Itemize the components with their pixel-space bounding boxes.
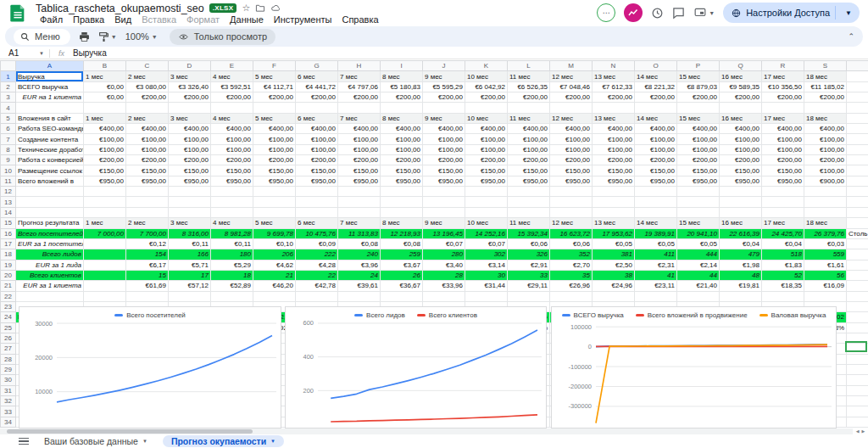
- cell-r15c18[interactable]: 17 мес: [762, 218, 804, 228]
- col-header-K[interactable]: K: [465, 61, 508, 71]
- cell-r5c10[interactable]: 9 мес: [423, 113, 465, 123]
- cell-r2c16[interactable]: €8 879,03: [677, 81, 720, 92]
- cell-r11c17[interactable]: €950,00: [720, 176, 762, 186]
- cell-r9c11[interactable]: €200,00: [465, 155, 508, 165]
- cell-A18[interactable]: Всего лидов: [16, 249, 84, 260]
- cell-r19c10[interactable]: €3,40: [423, 260, 465, 270]
- paint-format-button[interactable]: ▼: [98, 31, 117, 42]
- row-header-9[interactable]: 9: [1, 155, 16, 165]
- cell-r22c14[interactable]: [593, 291, 635, 301]
- cell-r6c17[interactable]: €400,00: [720, 124, 762, 134]
- row-header-32[interactable]: 32: [1, 396, 16, 406]
- cell-r22c17[interactable]: [720, 291, 762, 301]
- chart-1[interactable]: Всего лидовВсего клиентов200400600: [285, 306, 547, 428]
- cell-r18c18[interactable]: 518: [762, 249, 804, 260]
- cell-r1c16[interactable]: 15 мес: [677, 71, 720, 81]
- cell-A21[interactable]: EUR за 1 клиента: [16, 281, 84, 291]
- cell-r22c7[interactable]: [296, 291, 338, 301]
- cell-r22c5[interactable]: [211, 291, 253, 301]
- scrollbar-thumb[interactable]: [7, 429, 253, 434]
- cell-r12c13[interactable]: [550, 187, 593, 197]
- cell-r17c6[interactable]: €0,10: [253, 238, 296, 249]
- cell-r16c18[interactable]: 24 425,70: [762, 228, 804, 238]
- cell-r21c3[interactable]: €61,69: [126, 281, 169, 291]
- cell-r9c15[interactable]: €200,00: [635, 155, 677, 165]
- cell-r17c19[interactable]: €0,03: [804, 238, 847, 249]
- cell-r9c2[interactable]: €200,00: [84, 155, 126, 165]
- cell-r13c8[interactable]: [338, 197, 381, 207]
- history-icon[interactable]: [651, 7, 664, 20]
- cell-r21c9[interactable]: €36,67: [381, 281, 423, 291]
- cell-r8c20[interactable]: [847, 144, 868, 154]
- cell-r19c11[interactable]: €3,14: [465, 260, 508, 270]
- cell-r6c12[interactable]: €400,00: [508, 124, 550, 134]
- cell-r12c14[interactable]: [593, 187, 635, 197]
- cell-A2[interactable]: ВСЕГО выручка: [16, 81, 84, 92]
- cell-r17c20[interactable]: [847, 238, 868, 249]
- cell-r6c7[interactable]: €400,00: [296, 124, 338, 134]
- row-header-34[interactable]: 34: [1, 417, 16, 427]
- col-header-C[interactable]: C: [126, 61, 169, 71]
- cell-r8c17[interactable]: €100,00: [720, 144, 762, 154]
- cell-r2c18[interactable]: €10 356,50: [762, 81, 804, 92]
- cell-r17c16[interactable]: €0,05: [677, 238, 720, 249]
- cell-r4c17[interactable]: [720, 103, 762, 113]
- formula-input[interactable]: Выручка: [73, 48, 107, 58]
- cell-r14c2[interactable]: [84, 207, 126, 217]
- row-header-21[interactable]: 21: [1, 281, 16, 291]
- cell-r20c2[interactable]: [84, 270, 126, 280]
- cell-r19c4[interactable]: €5,71: [169, 260, 211, 270]
- cell-r14c6[interactable]: [253, 207, 296, 217]
- cell-A5[interactable]: Вложения в сайт: [16, 113, 84, 123]
- row-header-18[interactable]: 18: [1, 249, 16, 260]
- row-header-3[interactable]: 3: [1, 92, 16, 103]
- cell-r1c3[interactable]: 2 мес: [126, 71, 169, 81]
- cell-A9[interactable]: Работа с конверсией: [16, 155, 84, 165]
- cell-r14c12[interactable]: [508, 207, 550, 217]
- cell-r16c4[interactable]: 8 316,00: [169, 228, 211, 238]
- share-caret-icon[interactable]: ▼: [841, 9, 856, 17]
- cell-r20c14[interactable]: 38: [593, 270, 635, 280]
- cell-r21c7[interactable]: €42,78: [296, 281, 338, 291]
- cell-r22c2[interactable]: [84, 291, 126, 301]
- cell-r9c4[interactable]: €200,00: [169, 155, 211, 165]
- cell-r13c10[interactable]: [423, 197, 465, 207]
- cell-r31c20[interactable]: [847, 385, 868, 395]
- cell-r13c6[interactable]: [253, 197, 296, 207]
- menu-7[interactable]: Справка: [337, 14, 382, 25]
- cell-r22c19[interactable]: [804, 291, 847, 301]
- cell-r15c2[interactable]: 1 мес: [84, 218, 126, 228]
- cell-r5c14[interactable]: 13 мес: [593, 113, 635, 123]
- row-header-22[interactable]: 22: [1, 291, 16, 301]
- cell-r6c8[interactable]: €400,00: [338, 124, 381, 134]
- cell-r18c20[interactable]: [847, 249, 868, 260]
- cell-r20c5[interactable]: 18: [211, 270, 253, 280]
- cell-r15c6[interactable]: 5 мес: [253, 218, 296, 228]
- cell-r4c14[interactable]: [593, 103, 635, 113]
- cell-r9c13[interactable]: €200,00: [550, 155, 593, 165]
- cell-r14c3[interactable]: [126, 207, 169, 217]
- cell-r3c4[interactable]: €200,00: [169, 92, 211, 103]
- cell-r1c18[interactable]: 17 мес: [762, 71, 804, 81]
- chart-2[interactable]: ВСЕГО выручкаВсего вложений в продвижени…: [551, 306, 837, 428]
- cell-r13c13[interactable]: [550, 197, 593, 207]
- col-header-E[interactable]: E: [211, 61, 253, 71]
- cell-r2c8[interactable]: €4 797,06: [338, 81, 381, 92]
- cell-r20c3[interactable]: 15: [126, 270, 169, 280]
- cell-A17[interactable]: EUR за 1 посетителя: [16, 238, 84, 249]
- cell-r16c9[interactable]: 12 218,93: [381, 228, 423, 238]
- cell-r14c14[interactable]: [593, 207, 635, 217]
- cell-r19c9[interactable]: €3,67: [381, 260, 423, 270]
- cell-r12c20[interactable]: [847, 187, 868, 197]
- cell-r4c8[interactable]: [338, 103, 381, 113]
- cell-r2c3[interactable]: €3 080,00: [126, 81, 169, 92]
- cell-r10c12[interactable]: €150,00: [508, 165, 550, 176]
- cell-r3c18[interactable]: €200,00: [762, 92, 804, 103]
- cell-r19c2[interactable]: [84, 260, 126, 270]
- row-header-26[interactable]: 26: [1, 333, 16, 343]
- cell-r28c20[interactable]: [847, 354, 868, 364]
- cell-r10c15[interactable]: €150,00: [635, 165, 677, 176]
- cell-r1c9[interactable]: 8 мес: [381, 71, 423, 81]
- cell-r9c12[interactable]: €200,00: [508, 155, 550, 165]
- cell-r16c10[interactable]: 13 196,45: [423, 228, 465, 238]
